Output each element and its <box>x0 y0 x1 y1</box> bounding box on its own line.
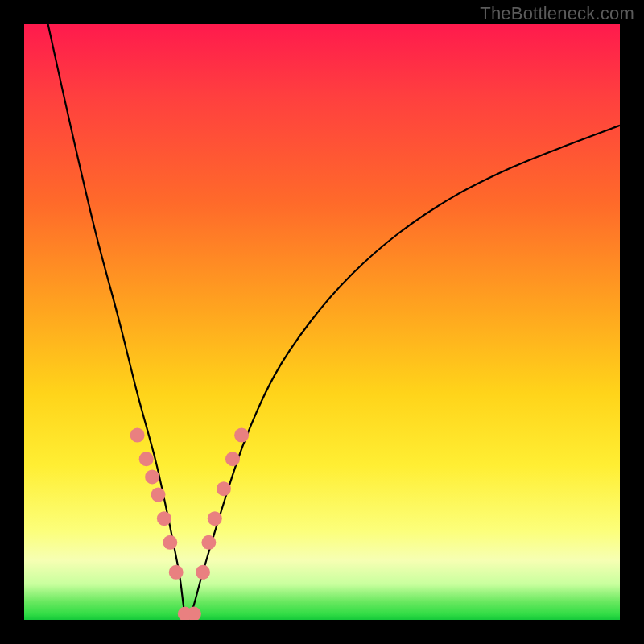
marker-dot <box>130 428 145 443</box>
marker-dot <box>225 452 240 466</box>
marker-dot <box>163 535 177 550</box>
bottleneck-curve <box>48 24 620 619</box>
marker-dot <box>169 565 184 580</box>
plot-area <box>24 24 620 620</box>
marker-group <box>130 428 250 620</box>
curve-svg <box>24 24 620 620</box>
marker-dot <box>151 488 166 502</box>
marker-dot <box>196 565 210 580</box>
marker-dot <box>139 452 154 466</box>
watermark-text: TheBottleneck.com <box>480 3 634 24</box>
marker-dot <box>208 511 222 526</box>
marker-dot <box>157 511 171 526</box>
marker-dot <box>201 535 216 550</box>
chart-frame: TheBottleneck.com <box>0 0 644 644</box>
marker-dot <box>217 481 231 496</box>
marker-dot <box>145 469 159 484</box>
marker-dot <box>234 428 249 443</box>
